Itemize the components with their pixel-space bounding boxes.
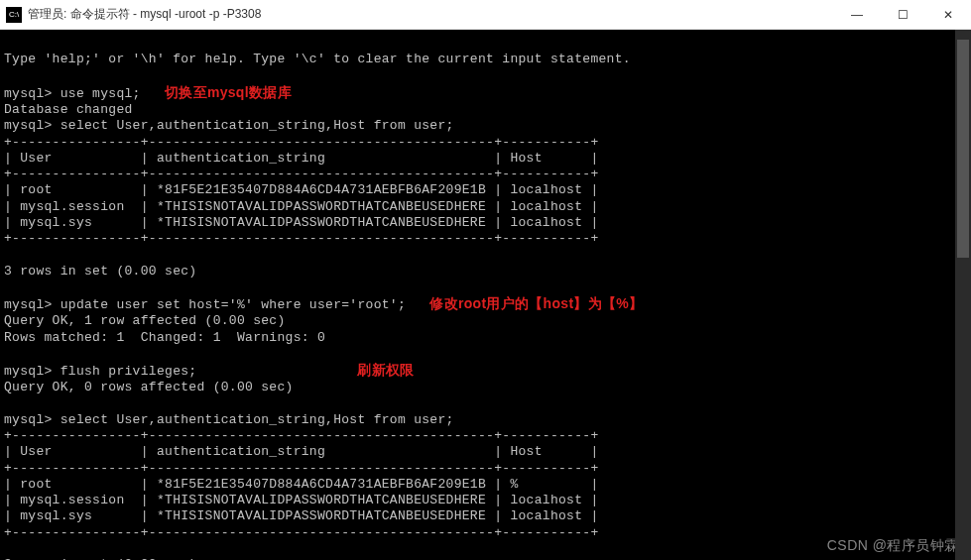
maximize-button[interactable]: ☐ — [880, 0, 925, 30]
table-row: | root | *81F5E21E35407D884A6CD4A731AEBF… — [4, 182, 599, 197]
scrollbar-thumb[interactable] — [957, 40, 969, 258]
table-row: | mysql.session | *THISISNOTAVALIDPASSWO… — [4, 199, 599, 214]
minimize-button[interactable]: — — [834, 0, 880, 30]
close-button[interactable]: ✕ — [925, 0, 971, 30]
annotation-flush-priv: 刷新权限 — [357, 362, 414, 378]
vertical-scrollbar[interactable] — [955, 30, 971, 560]
cmd-update: update user set host='%' where user='roo… — [53, 297, 406, 312]
rows-in-set: 3 rows in set (0.00 sec) — [4, 264, 196, 279]
table-row: | root | *81F5E21E35407D884A6CD4A731AEBF… — [4, 477, 599, 492]
cmd-select-1: select User,authentication_string,Host f… — [53, 118, 454, 133]
table-border: +----------------+----------------------… — [4, 428, 599, 443]
cmd-select-2: select User,authentication_string,Host f… — [53, 412, 454, 427]
rows-matched: Rows matched: 1 Changed: 1 Warnings: 0 — [4, 330, 325, 345]
annotation-switch-db: 切换至mysql数据库 — [165, 84, 292, 100]
prompt: mysql> — [4, 364, 53, 379]
table-row: | mysql.sys | *THISISNOTAVALIDPASSWORDTH… — [4, 508, 599, 523]
table-border: +----------------+----------------------… — [4, 525, 599, 540]
help-line: Type 'help;' or '\h' for help. Type '\c'… — [4, 52, 631, 66]
table-header: | User | authentication_string | Host | — [4, 444, 599, 459]
table-border: +----------------+----------------------… — [4, 135, 599, 150]
table-border: +----------------+----------------------… — [4, 231, 599, 246]
window-titlebar: C:\ 管理员: 命令提示符 - mysql -uroot -p -P3308 … — [0, 0, 971, 30]
window-controls: — ☐ ✕ — [834, 0, 971, 30]
query-ok: Query OK, 0 rows affected (0.00 sec) — [4, 380, 294, 394]
cmd-icon: C:\ — [6, 7, 22, 23]
cmd-flush: flush privileges; — [53, 364, 197, 379]
terminal-output[interactable]: Type 'help;' or '\h' for help. Type '\c'… — [0, 30, 971, 560]
table-border: +----------------+----------------------… — [4, 461, 599, 476]
csdn-watermark: CSDN @程序员钟霖 — [827, 537, 959, 555]
window-title: 管理员: 命令提示符 - mysql -uroot -p -P3308 — [28, 6, 834, 23]
cmd-use-mysql: use mysql; — [53, 86, 141, 101]
query-ok: Query OK, 1 row affected (0.00 sec) — [4, 313, 286, 328]
prompt: mysql> — [4, 118, 53, 133]
prompt: mysql> — [4, 86, 53, 101]
table-header: | User | authentication_string | Host | — [4, 151, 599, 166]
prompt: mysql> — [4, 412, 53, 427]
table-row: | mysql.session | *THISISNOTAVALIDPASSWO… — [4, 493, 599, 507]
prompt: mysql> — [4, 297, 53, 312]
table-row: | mysql.sys | *THISISNOTAVALIDPASSWORDTH… — [4, 215, 599, 230]
database-changed: Database changed — [4, 102, 133, 117]
annotation-update-host: 修改root用户的【host】为【%】 — [429, 295, 643, 311]
table-border: +----------------+----------------------… — [4, 167, 599, 181]
